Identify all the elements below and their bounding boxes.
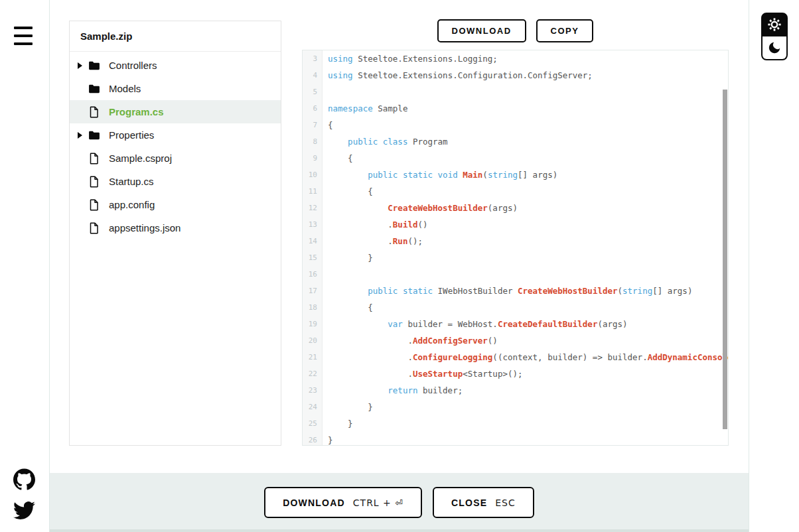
line-number: 26 (303, 432, 323, 446)
copy-button[interactable]: COPY (536, 19, 594, 42)
download-button-bottom[interactable]: DOWNLOAD CTRL + ⏎ (264, 487, 422, 518)
moon-icon[interactable] (761, 36, 788, 60)
social-links (13, 468, 35, 521)
tree-item-controllers[interactable]: Controllers (70, 54, 281, 77)
tree-item-models[interactable]: Models (70, 77, 281, 100)
code-line-3: 3using Steeltoe.Extensions.Logging; (303, 50, 728, 67)
menu-bar (14, 34, 33, 37)
tree-item-program-cs[interactable]: Program.cs (70, 100, 281, 123)
code-line-25: 25 } (303, 415, 728, 432)
theme-toggle (761, 13, 788, 60)
code-scrollbar[interactable] (723, 90, 727, 429)
right-rail (749, 0, 799, 532)
line-number: 15 (303, 249, 323, 266)
file-icon (88, 175, 103, 188)
code-text: .ConfigureLogging((context, builder) => … (323, 349, 728, 366)
twitter-icon[interactable] (13, 499, 35, 521)
line-number: 18 (303, 299, 323, 316)
tree-item-label: Controllers (109, 60, 157, 71)
file-icon (88, 222, 103, 235)
code-line-7: 7{ (303, 117, 728, 133)
caret-right-icon (78, 62, 82, 69)
tree-item-label: Startup.cs (109, 176, 154, 187)
line-number: 13 (303, 216, 323, 233)
file-icon (88, 198, 103, 212)
left-rail (0, 0, 50, 532)
menu-bar (14, 27, 33, 29)
download-button-top[interactable]: DOWNLOAD (437, 19, 526, 42)
tree-item-startup-cs[interactable]: Startup.cs (70, 170, 281, 193)
line-number: 14 (303, 233, 323, 249)
code-text: .Run(); (323, 233, 728, 249)
code-text: public static void Main(string[] args) (323, 166, 728, 183)
line-number: 19 (303, 316, 323, 332)
tree-item-label: Models (109, 83, 141, 94)
code-text: } (323, 249, 728, 266)
code-line-12: 12 CreateWebHostBuilder(args) (303, 200, 728, 216)
line-number: 24 (303, 399, 323, 415)
menu-icon[interactable] (14, 27, 35, 45)
line-number: 3 (303, 50, 323, 67)
code-line-10: 10 public static void Main(string[] args… (303, 166, 728, 183)
line-number: 22 (303, 366, 323, 382)
tree-item-appsettings-json[interactable]: appsettings.json (70, 216, 281, 239)
code-line-21: 21 .ConfigureLogging((context, builder) … (303, 349, 728, 366)
line-number: 9 (303, 150, 323, 166)
line-number: 10 (303, 166, 323, 183)
download-shortcut: CTRL + ⏎ (353, 498, 403, 508)
file-icon (88, 105, 103, 119)
code-text: public static IWebHostBuilder CreateWebH… (323, 283, 728, 299)
code-line-6: 6namespace Sample (303, 100, 728, 117)
code-text: .Build() (323, 216, 728, 233)
code-line-18: 18 { (303, 299, 728, 316)
github-icon[interactable] (13, 468, 35, 490)
folder-icon (88, 82, 103, 96)
line-number: 16 (303, 266, 323, 283)
file-tree: ControllersModelsProgram.csPropertiesSam… (70, 52, 281, 239)
file-tree-panel: Sample.zip ControllersModelsProgram.csPr… (69, 21, 281, 446)
code-line-15: 15 } (303, 249, 728, 266)
code-text: return builder; (323, 382, 728, 399)
code-line-16: 16 (303, 266, 728, 283)
code-text: using Steeltoe.Extensions.Logging; (323, 50, 728, 67)
code-viewer: 3using Steeltoe.Extensions.Logging;4usin… (302, 50, 729, 446)
tree-item-label: Sample.csproj (109, 153, 172, 164)
code-line-24: 24 } (303, 399, 728, 415)
tree-item-label: app.config (109, 199, 155, 210)
code-text (323, 266, 728, 283)
code-line-8: 8 public class Program (303, 133, 728, 150)
caret-right-icon (78, 62, 88, 69)
code-line-11: 11 { (303, 183, 728, 200)
line-number: 5 (303, 84, 323, 100)
code-text: { (323, 117, 728, 133)
menu-bar (14, 42, 33, 45)
code-text (323, 84, 728, 100)
download-label: DOWNLOAD (283, 498, 345, 508)
sun-icon[interactable] (761, 13, 788, 36)
line-number: 8 (303, 133, 323, 150)
tree-item-app-config[interactable]: app.config (70, 193, 281, 216)
code-line-4: 4using Steeltoe.Extensions.Configuration… (303, 67, 728, 84)
tree-item-properties[interactable]: Properties (70, 123, 281, 147)
code-line-13: 13 .Build() (303, 216, 728, 233)
folder-icon (88, 59, 103, 72)
zip-preview-page: DOWNLOAD COPY Sample.zip ControllersMode… (0, 0, 799, 532)
line-number: 7 (303, 117, 323, 133)
tree-item-sample-csproj[interactable]: Sample.csproj (70, 147, 281, 170)
code-text: .AddConfigServer() (323, 332, 728, 349)
code-text: var builder = WebHost.CreateDefaultBuild… (323, 316, 728, 332)
line-number: 25 (303, 415, 323, 432)
toolbar: DOWNLOAD COPY (302, 19, 729, 42)
code-text: { (323, 299, 728, 316)
archive-title: Sample.zip (70, 21, 281, 52)
close-button[interactable]: CLOSE ESC (433, 487, 534, 518)
code-text: using Steeltoe.Extensions.Configuration.… (323, 67, 728, 84)
footer-action-bar: DOWNLOAD CTRL + ⏎ CLOSE ESC (50, 473, 749, 532)
code-line-23: 23 return builder; (303, 382, 728, 399)
code-line-9: 9 { (303, 150, 728, 166)
code-text: namespace Sample (323, 100, 728, 117)
tree-item-label: appsettings.json (109, 222, 181, 233)
code-text: { (323, 150, 728, 166)
line-number: 20 (303, 332, 323, 349)
caret-right-icon (78, 132, 82, 139)
